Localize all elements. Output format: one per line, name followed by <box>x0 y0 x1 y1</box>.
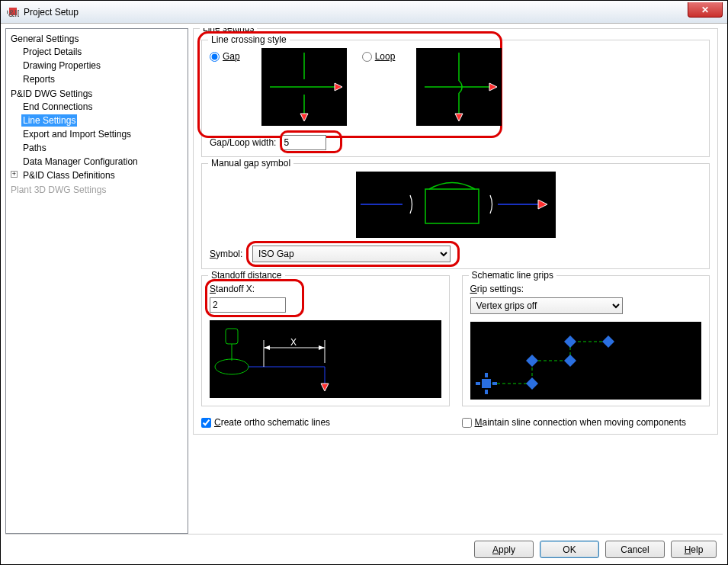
svg-marker-4 <box>300 114 308 121</box>
svg-rect-28 <box>476 382 480 385</box>
maintain-conn-rest: aintain sline connection when moving com… <box>483 417 687 428</box>
svg-rect-30 <box>485 373 488 377</box>
svg-marker-6 <box>335 83 342 91</box>
line-settings-legend: Line settings <box>200 28 257 34</box>
standoff-x-input[interactable] <box>210 297 286 313</box>
cancel-button[interactable]: Cancel <box>605 541 665 558</box>
create-ortho-rest: reate ortho schematic lines <box>221 417 330 428</box>
manual-gap-group: Manual gap symbol <box>201 163 710 269</box>
tree-pid-class-defs[interactable]: P&ID Class Definitions <box>21 169 117 181</box>
maintain-conn-input[interactable] <box>462 418 472 428</box>
maintain-conn-checkbox[interactable]: Maintain sline connection when moving co… <box>462 417 710 428</box>
tree-reports[interactable]: Reports <box>21 73 56 85</box>
content-pane: Line settings Line crossing style Gap <box>188 28 723 534</box>
svg-rect-27 <box>482 379 491 388</box>
svg-marker-15 <box>538 200 547 209</box>
tree-pid-dwg-settings[interactable]: P&ID DWG Settings <box>9 88 94 100</box>
preview-gap <box>261 48 347 126</box>
svg-marker-26 <box>319 345 325 350</box>
svg-marker-36 <box>602 335 614 348</box>
symbol-label-rest: ymbol: <box>216 249 242 259</box>
radio-gap-label: Gap <box>223 51 240 62</box>
svg-text:P&ID: P&ID <box>7 8 19 18</box>
line-crossing-group: Line crossing style Gap <box>201 40 710 157</box>
button-bar: Apply OK Cancel Help <box>5 534 723 564</box>
radio-gap-input[interactable] <box>210 52 220 62</box>
preview-grips <box>470 322 702 400</box>
line-settings-group: Line settings Line crossing style Gap <box>193 28 718 435</box>
grips-group: Schematic line grips Grip settings: Vert… <box>462 275 710 406</box>
radio-loop[interactable]: Loop <box>362 51 396 62</box>
manual-gap-legend: Manual gap symbol <box>208 158 293 169</box>
standoff-legend: Standoff distance <box>208 270 285 281</box>
standoff-x-label: Standoff X: <box>210 284 441 294</box>
standoff-x-char: X <box>290 337 297 348</box>
create-ortho-checkbox[interactable]: Create ortho schematic lines <box>201 417 450 428</box>
tree-plant3d-dwg: Plant 3D DWG Settings <box>9 184 107 196</box>
app-icon: P&ID <box>7 6 19 18</box>
svg-marker-35 <box>564 335 576 348</box>
radio-loop-input[interactable] <box>362 52 372 62</box>
ok-button[interactable]: OK <box>540 541 599 558</box>
svg-marker-21 <box>321 384 329 391</box>
close-icon: ✕ <box>701 5 709 15</box>
svg-point-18 <box>215 359 249 374</box>
grip-settings-select[interactable]: Vertex grips off <box>470 297 623 314</box>
svg-marker-25 <box>264 345 270 350</box>
help-button[interactable]: Help <box>671 541 717 558</box>
symbol-select[interactable]: ISO Gap <box>252 246 451 262</box>
svg-rect-29 <box>492 382 497 385</box>
preview-standoff: X <box>210 320 441 398</box>
standoff-group: Standoff distance Standoff X: <box>201 275 450 406</box>
tree-drawing-properties[interactable]: Drawing Properties <box>21 59 102 72</box>
preview-loop <box>416 48 502 126</box>
gap-loop-width-label: Gap/Loop width: <box>210 137 276 148</box>
tree-line-settings[interactable]: Line Settings <box>21 114 77 127</box>
line-crossing-legend: Line crossing style <box>208 34 290 45</box>
tree-general-settings[interactable]: General Settings <box>9 33 80 45</box>
tree-export-import[interactable]: Export and Import Settings <box>21 128 133 140</box>
svg-rect-13 <box>425 189 479 223</box>
apply-button[interactable]: Apply <box>474 541 534 558</box>
expand-pid-class[interactable]: + <box>11 171 18 178</box>
gap-loop-width-input[interactable] <box>281 135 326 150</box>
grips-legend: Schematic line grips <box>469 270 556 281</box>
tree-end-connections[interactable]: End Connections <box>21 101 94 113</box>
radio-gap[interactable]: Gap <box>210 51 240 62</box>
svg-rect-16 <box>226 329 238 344</box>
preview-manual-gap <box>356 172 556 238</box>
tree-project-details[interactable]: Project Details <box>21 46 83 58</box>
window-title: Project Setup <box>24 7 79 18</box>
svg-marker-32 <box>526 377 538 390</box>
svg-marker-34 <box>564 355 576 367</box>
svg-marker-11 <box>489 83 497 91</box>
tree-paths[interactable]: Paths <box>21 142 48 154</box>
tree-data-manager[interactable]: Data Manager Configuration <box>21 156 140 168</box>
create-ortho-input[interactable] <box>201 418 211 428</box>
svg-marker-9 <box>455 114 463 121</box>
svg-marker-33 <box>526 355 538 367</box>
title-bar: P&ID Project Setup ✕ <box>1 1 727 24</box>
close-button[interactable]: ✕ <box>688 2 723 18</box>
svg-rect-31 <box>485 390 488 394</box>
grip-settings-label-rest: rip settings: <box>477 284 524 294</box>
radio-loop-label: Loop <box>375 51 396 62</box>
settings-tree[interactable]: − General Settings Project Details Drawi… <box>5 28 188 534</box>
